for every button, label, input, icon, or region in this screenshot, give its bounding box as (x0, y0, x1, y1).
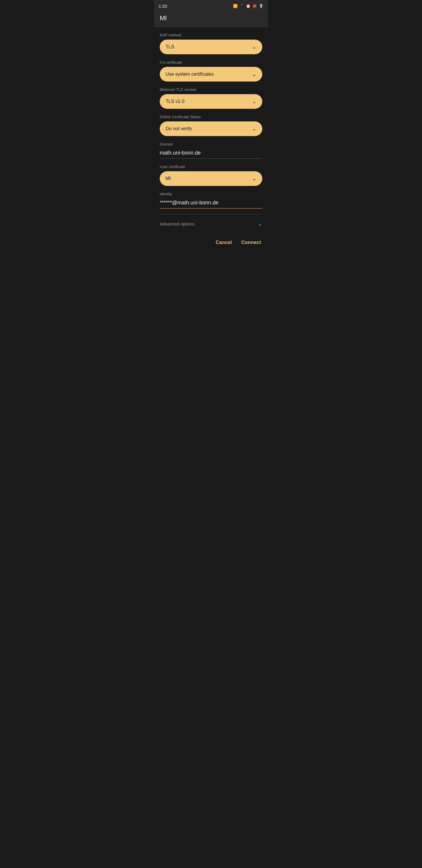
user-cert-dropdown[interactable]: MI ⌄ (160, 171, 262, 186)
identity-group: Identity (160, 192, 262, 209)
user-cert-label: User certificate (160, 164, 262, 169)
main-content: EAP method TLS ⌄ CA certificate Use syst… (154, 27, 268, 233)
status-time: 1:20 (159, 3, 167, 8)
identity-label: Identity (160, 192, 262, 196)
action-buttons: Cancel Connect (154, 233, 268, 252)
sim-icon: 📱 (239, 4, 244, 8)
min-tls-version-chevron-icon: ⌄ (252, 98, 256, 105)
online-cert-status-label: Online Certificate Status (160, 115, 262, 119)
online-cert-status-dropdown[interactable]: Do not verify ⌄ (160, 121, 262, 136)
status-icons: 🛜 📱 ⏰ 🔕 🪫 (233, 4, 263, 8)
identity-input[interactable] (160, 198, 262, 209)
connect-button[interactable]: Connect (240, 238, 263, 248)
advanced-options-chevron-icon: ⌄ (258, 220, 262, 227)
eap-method-group: EAP method TLS ⌄ (160, 33, 262, 54)
ca-certificate-label: CA certificate (160, 60, 262, 64)
battery-icon: 🪫 (259, 4, 263, 8)
ca-certificate-value: Use system certificates (166, 71, 214, 77)
status-bar: 1:20 🛜 📱 ⏰ 🔕 🪫 (154, 0, 268, 11)
ca-certificate-dropdown[interactable]: Use system certificates ⌄ (160, 67, 262, 82)
online-cert-status-value: Do not verify (166, 126, 192, 131)
user-cert-group: User certificate MI ⌄ (160, 164, 262, 186)
mute-icon: 🔕 (252, 4, 257, 8)
domain-input[interactable] (160, 149, 262, 159)
min-tls-version-value: TLS v1.0 (166, 99, 184, 104)
min-tls-version-group: Minimum TLS version TLS v1.0 ⌄ (160, 87, 262, 109)
eap-method-label: EAP method (160, 33, 262, 37)
wifi-icon: 🛜 (233, 4, 238, 8)
ca-certificate-group: CA certificate Use system certificates ⌄ (160, 60, 262, 82)
domain-label: Domain (160, 142, 262, 146)
alarm-icon: ⏰ (246, 4, 251, 8)
ca-certificate-chevron-icon: ⌄ (252, 71, 256, 78)
advanced-options-label: Advanced options (160, 221, 195, 226)
user-cert-value: MI (166, 176, 171, 181)
title-bar: MI (154, 11, 268, 27)
online-cert-status-group: Online Certificate Status Do not verify … (160, 115, 262, 136)
advanced-options-row[interactable]: Advanced options ⌄ (160, 214, 262, 233)
min-tls-version-dropdown[interactable]: TLS v1.0 ⌄ (160, 94, 262, 109)
domain-group: Domain (160, 142, 262, 159)
eap-method-value: TLS (166, 44, 174, 50)
cancel-button[interactable]: Cancel (215, 238, 233, 248)
eap-method-dropdown[interactable]: TLS ⌄ (160, 39, 262, 54)
user-cert-chevron-icon: ⌄ (252, 175, 256, 182)
min-tls-version-label: Minimum TLS version (160, 87, 262, 92)
online-cert-status-chevron-icon: ⌄ (252, 125, 256, 132)
page-title: MI (160, 14, 262, 22)
eap-method-chevron-icon: ⌄ (252, 44, 256, 50)
